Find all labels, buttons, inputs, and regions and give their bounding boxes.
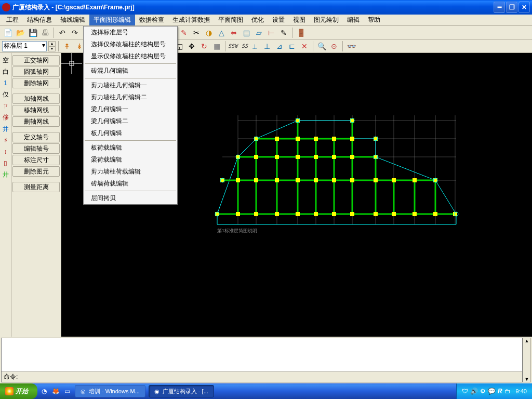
zoom-tool-icon[interactable]: 🔍 bbox=[316, 41, 327, 52]
tool-icon[interactable]: ⊢ bbox=[265, 27, 277, 38]
ssw-label[interactable]: SSW bbox=[228, 43, 237, 49]
menu-1[interactable]: 结构信息 bbox=[23, 15, 56, 25]
dropdown-item[interactable]: 梁几何编辑一 bbox=[84, 103, 177, 115]
tool-icon[interactable]: ▤ bbox=[241, 27, 252, 38]
menu-4[interactable]: 数据检查 bbox=[135, 15, 168, 25]
dropdown-item[interactable]: 显示仅修改墙柱的结构层号 bbox=[84, 50, 177, 62]
tray-icon[interactable]: 🗀 bbox=[504, 388, 511, 395]
left-button[interactable]: 定义轴号 bbox=[12, 132, 60, 142]
menu-9[interactable]: 视图 bbox=[289, 15, 310, 25]
tray-icon[interactable]: 🛡 bbox=[462, 388, 468, 395]
undo-icon[interactable]: ↶ bbox=[57, 27, 68, 38]
command-scrollbar[interactable]: ▲▼ bbox=[523, 338, 531, 382]
left-tool-icon[interactable]: 侈 bbox=[1, 112, 10, 123]
tool-icon[interactable]: ▱ bbox=[253, 27, 264, 38]
tool-icon[interactable]: ⇔ bbox=[228, 27, 240, 38]
layer-spinner[interactable]: ▲▼ bbox=[48, 41, 56, 51]
left-tool-icon[interactable]: 空 bbox=[1, 55, 10, 65]
close-button[interactable]: ✕ bbox=[518, 2, 530, 13]
tool-icon[interactable]: 🚪 bbox=[295, 27, 307, 38]
menu-12[interactable]: 帮助 bbox=[364, 15, 384, 25]
dropdown-item[interactable]: 剪力墙柱荷载编辑 bbox=[84, 166, 177, 178]
left-button[interactable]: 测量距离 bbox=[12, 182, 60, 192]
refresh-icon[interactable]: ↻ bbox=[198, 41, 210, 52]
minimize-button[interactable]: ━ bbox=[494, 2, 505, 13]
left-button[interactable]: 正交轴网 bbox=[12, 55, 60, 65]
redo-icon[interactable]: ↷ bbox=[69, 27, 81, 38]
tray-icon[interactable]: 💬 bbox=[488, 388, 496, 395]
maximize-button[interactable]: ❐ bbox=[506, 2, 517, 13]
system-tray[interactable]: 🛡 🔊 ⚙ 💬 R 🗀 9:40 bbox=[456, 383, 532, 399]
tool-icon[interactable]: ✂ bbox=[191, 27, 202, 38]
dropdown-item[interactable]: 砖混几何编辑 bbox=[84, 65, 177, 77]
tool-icon[interactable]: ⊿ bbox=[274, 41, 285, 52]
layer-select[interactable]: 标准层 1▾ bbox=[2, 41, 47, 51]
tool-icon[interactable]: ✕ bbox=[299, 41, 310, 52]
open-icon[interactable]: 📂 bbox=[15, 27, 26, 38]
tool-icon[interactable]: ◑ bbox=[203, 27, 215, 38]
tool-icon[interactable]: ▦ bbox=[211, 41, 222, 52]
pan-icon[interactable]: ✥ bbox=[186, 41, 197, 52]
menu-8[interactable]: 设置 bbox=[268, 15, 289, 25]
arrow-up-icon[interactable]: ↟ bbox=[61, 41, 73, 52]
menu-2[interactable]: 轴线编辑 bbox=[56, 15, 89, 25]
left-button[interactable]: 标注尺寸 bbox=[12, 155, 60, 165]
new-icon[interactable]: 📄 bbox=[2, 27, 14, 38]
tray-icon[interactable]: 🔊 bbox=[470, 388, 478, 395]
tool-icon[interactable]: ✎ bbox=[278, 27, 289, 38]
eye-icon[interactable]: ⊙ bbox=[328, 41, 340, 52]
menu-6[interactable]: 平面简图 bbox=[214, 15, 247, 25]
taskbar-button[interactable]: ◉广厦结构录入 - [... bbox=[149, 385, 214, 397]
dropdown-item[interactable]: 板荷载编辑 bbox=[84, 142, 177, 154]
tray-icon[interactable]: ⚙ bbox=[480, 388, 486, 395]
save-icon[interactable]: 💾 bbox=[27, 27, 38, 38]
left-button[interactable]: 删除轴网 bbox=[12, 78, 60, 88]
tray-icon[interactable]: R bbox=[498, 388, 502, 395]
left-button[interactable]: 移轴网线 bbox=[12, 105, 60, 115]
taskbar-button[interactable]: ◎培训 - Windows M... bbox=[75, 385, 145, 397]
quicklaunch-icon[interactable]: 🦊 bbox=[51, 387, 60, 396]
binoculars-icon[interactable]: 👓 bbox=[345, 41, 357, 52]
left-tool-icon[interactable]: ▯ bbox=[1, 158, 10, 168]
dropdown-item[interactable]: 选择仅修改墙柱的结构层号 bbox=[84, 38, 177, 50]
tool-icon[interactable]: ✎ bbox=[178, 27, 190, 38]
left-button[interactable]: 删轴网线 bbox=[12, 116, 60, 127]
left-tool-icon[interactable]: 井 bbox=[1, 124, 10, 134]
left-button[interactable]: 加轴网线 bbox=[12, 94, 60, 104]
quicklaunch-icon[interactable]: ▭ bbox=[62, 387, 72, 396]
dropdown-item[interactable]: 层间拷贝 bbox=[84, 192, 177, 204]
tool-icon[interactable]: ⊏ bbox=[286, 41, 298, 52]
dropdown-item[interactable]: 剪力墙柱几何编辑一 bbox=[84, 79, 177, 91]
command-history[interactable] bbox=[2, 338, 522, 371]
dropdown-item[interactable]: 梁荷载编辑 bbox=[84, 154, 177, 166]
ss-label[interactable]: SS bbox=[242, 43, 248, 49]
left-button[interactable]: 圆弧轴网 bbox=[12, 66, 60, 77]
left-tool-icon[interactable]: 廾 bbox=[1, 169, 10, 180]
menu-3[interactable]: 平面图形编辑 bbox=[89, 15, 135, 25]
clock[interactable]: 9:40 bbox=[516, 388, 527, 394]
left-button[interactable]: 编辑轴号 bbox=[12, 143, 60, 154]
menu-0[interactable]: 工程 bbox=[2, 15, 23, 25]
dropdown-item[interactable]: 砖墙荷载编辑 bbox=[84, 178, 177, 190]
quicklaunch-icon[interactable]: ◔ bbox=[39, 387, 49, 396]
tool-icon[interactable]: ⊥ bbox=[261, 41, 273, 52]
menu-11[interactable]: 编辑 bbox=[343, 15, 364, 25]
menu-7[interactable]: 优化 bbox=[247, 15, 268, 25]
tool-icon[interactable]: △ bbox=[216, 27, 227, 38]
dropdown-item[interactable]: 板几何编辑 bbox=[84, 127, 177, 139]
dropdown-item[interactable]: 剪力墙柱几何编辑二 bbox=[84, 91, 177, 103]
dropdown-item[interactable]: 梁几何编辑二 bbox=[84, 115, 177, 127]
dropdown-item[interactable]: 选择标准层号 bbox=[84, 26, 177, 38]
command-input[interactable]: 命令: bbox=[2, 371, 522, 382]
left-tool-icon[interactable]: ㄗ bbox=[1, 101, 10, 111]
left-button[interactable]: 删除图元 bbox=[12, 166, 60, 177]
print-icon[interactable]: 🖶 bbox=[39, 27, 51, 38]
tool-icon[interactable]: ⟂ bbox=[249, 41, 260, 52]
menu-10[interactable]: 图元绘制 bbox=[310, 15, 343, 25]
left-tool-icon[interactable]: ↕ bbox=[1, 147, 10, 157]
left-tool-icon[interactable]: 白 bbox=[1, 66, 10, 77]
left-tool-icon[interactable]: 仅 bbox=[1, 89, 10, 100]
left-tool-icon[interactable]: 1 bbox=[1, 78, 10, 88]
left-tool-icon[interactable]: ♯ bbox=[1, 135, 10, 145]
menu-5[interactable]: 生成计算数据 bbox=[168, 15, 214, 25]
